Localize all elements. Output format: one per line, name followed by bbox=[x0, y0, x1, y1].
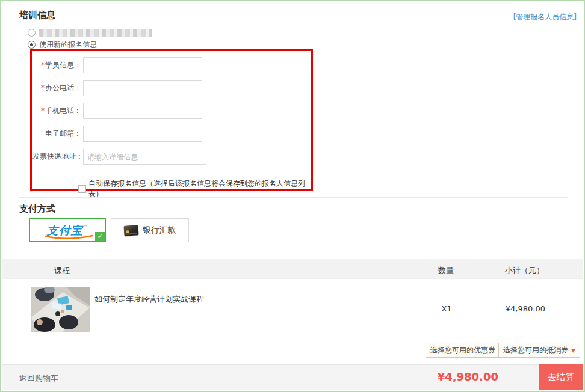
redacted-saved-info bbox=[39, 29, 152, 37]
student-info-label: *学员信息： bbox=[32, 60, 81, 70]
auto-save-row: 自动保存报名信息（选择后该报名信息将会保存到您的报名人信息列表） bbox=[78, 179, 311, 199]
coupon-dropdown-label: 选择您可用的优惠券 bbox=[430, 345, 495, 355]
office-phone-label: *办公电话： bbox=[32, 83, 81, 93]
training-info-title: 培训信息 bbox=[19, 10, 55, 21]
mobile-phone-input[interactable] bbox=[83, 103, 202, 119]
course-title: 如何制定年度经营计划实战课程 bbox=[94, 294, 204, 305]
email-label: 电子邮箱： bbox=[32, 129, 81, 139]
manage-registrants-link[interactable]: [管理报名人员信息] bbox=[513, 12, 577, 22]
column-header-course: 课程 bbox=[54, 265, 70, 276]
new-info-option[interactable]: 使用新的报名信息 bbox=[28, 40, 97, 50]
email-row: 电子邮箱： bbox=[32, 126, 202, 142]
alipay-swoosh-icon bbox=[43, 234, 95, 240]
column-header-subtotal: 小计（元） bbox=[505, 265, 544, 276]
table-row: 如何制定年度经营计划实战课程 X1 ¥4,980.00 bbox=[2, 279, 583, 341]
saved-info-option[interactable] bbox=[28, 29, 152, 37]
checkout-page: 培训信息 [管理报名人员信息] 使用新的报名信息 *学员信息： *办公电话： *… bbox=[0, 0, 585, 392]
email-field[interactable] bbox=[83, 126, 202, 142]
invoice-address-input[interactable] bbox=[83, 149, 206, 165]
course-thumbnail[interactable] bbox=[31, 287, 90, 332]
required-mark: * bbox=[41, 106, 45, 115]
course-quantity: X1 bbox=[437, 304, 456, 313]
alipay-logo: 支付宝™ bbox=[47, 225, 88, 236]
auto-save-checkbox[interactable] bbox=[78, 185, 86, 193]
course-subtotal: ¥4,980.00 bbox=[506, 304, 545, 313]
office-phone-input[interactable] bbox=[83, 80, 202, 96]
coupon-dropdown[interactable]: 选择您可用的优惠券 ▼ bbox=[426, 343, 507, 358]
radio-unselected-icon[interactable] bbox=[28, 29, 36, 37]
required-mark: * bbox=[41, 61, 45, 69]
voucher-dropdown[interactable]: 选择您可用的抵消券 ▼ bbox=[498, 343, 580, 358]
chevron-down-icon: ▼ bbox=[571, 348, 575, 354]
checkout-button[interactable]: 去结算 bbox=[539, 364, 583, 390]
bank-transfer-label: 银行汇款 bbox=[143, 225, 176, 236]
required-mark: * bbox=[41, 84, 45, 92]
mobile-phone-label: *手机电话： bbox=[32, 106, 81, 116]
selected-check-icon: ✓ bbox=[95, 232, 105, 241]
office-phone-row: *办公电话： bbox=[32, 80, 202, 96]
radio-selected-icon[interactable] bbox=[28, 41, 36, 49]
back-to-cart-link[interactable]: 返回购物车 bbox=[19, 373, 58, 384]
auto-save-label: 自动保存报名信息（选择后该报名信息将会保存到您的报名人信息列表） bbox=[88, 179, 311, 199]
payment-option-alipay[interactable]: 支付宝™ ✓ bbox=[29, 218, 106, 242]
mobile-phone-row: *手机电话： bbox=[32, 103, 202, 119]
payment-method-title: 支付方式 bbox=[19, 203, 55, 215]
trademark-mark: ™ bbox=[83, 224, 88, 230]
student-info-input[interactable] bbox=[83, 57, 202, 73]
invoice-address-row: 发票快递地址： bbox=[32, 149, 206, 165]
credit-card-icon bbox=[123, 225, 138, 236]
voucher-dropdown-label: 选择您可用的抵消券 bbox=[503, 345, 568, 355]
registration-form-frame: *学员信息： *办公电话： *手机电话： 电子邮箱： 发票快递地址： 自动保存报… bbox=[30, 49, 313, 191]
payment-option-bank-transfer[interactable]: 银行汇款 bbox=[111, 218, 189, 242]
student-info-row: *学员信息： bbox=[32, 57, 202, 73]
order-table-header: 课程 数量 小计（元） bbox=[2, 259, 583, 279]
section-divider bbox=[19, 197, 568, 198]
order-total: ¥4,980.00 bbox=[438, 370, 498, 383]
column-header-quantity: 数量 bbox=[438, 265, 454, 276]
new-info-option-label: 使用新的报名信息 bbox=[39, 40, 97, 50]
invoice-address-label: 发票快递地址： bbox=[32, 152, 81, 162]
checkout-footer-bar: 返回购物车 ¥4,980.00 去结算 bbox=[2, 364, 583, 390]
